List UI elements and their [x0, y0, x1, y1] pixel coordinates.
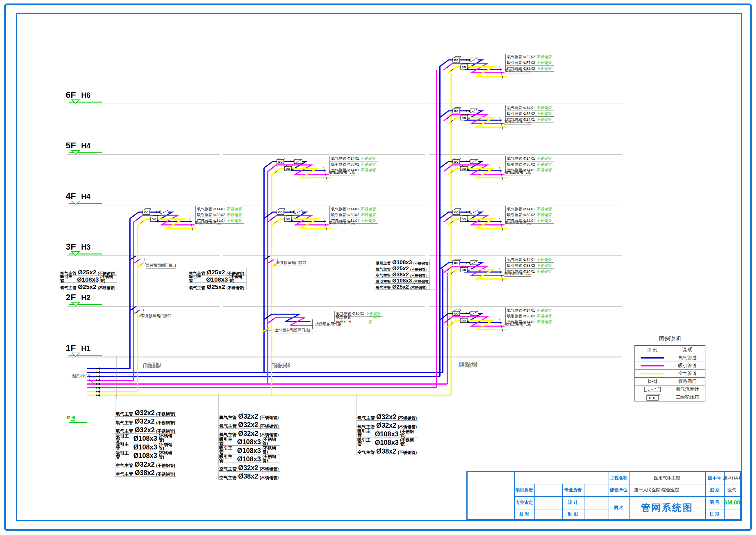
legend-row: 二级稳压箱 [635, 393, 705, 401]
label-part: 氧气主管 [357, 416, 375, 420]
label-part: 氧气主管 [219, 415, 237, 419]
label-part: 不锈钢管 [537, 263, 552, 268]
branch-pipe-size-row: 吸引副管 Φ38X2不锈钢管 [330, 212, 378, 218]
label-part: Ø108x3 [133, 436, 157, 442]
legend-symbol-cell [635, 393, 670, 401]
trunk-pipe-size-row: 氧气主管Ø32x2(不锈钢管) [115, 425, 176, 434]
trunk-pipe-size-row: 空气主管Ø38x2(不锈钢管) [357, 446, 418, 455]
trunk-pipe-size-row: 吸引主管Ø108x3(不锈钢管) [357, 429, 418, 438]
air-line-icon [638, 370, 667, 377]
label-part: 空气主管 [219, 476, 237, 480]
label-part: Ø25x2 [207, 284, 225, 290]
title-block-line [514, 509, 608, 509]
trunk-pipe-size-row: 吸引主管Ø108x3(不锈钢管) [219, 454, 280, 463]
drawing-number: SM.08 [724, 496, 740, 509]
air-shaft-valve-annotation: 空气管井预留阀门接口 [275, 327, 313, 333]
floor-gas-points-label: 接楼层各用气点 [195, 220, 221, 226]
label-part: Ø108x3 [237, 456, 261, 463]
gas-station-source-label: 接至气体中心站 [71, 374, 91, 379]
label-part: 3F [66, 242, 76, 251]
label-part: 不锈钢管 [227, 218, 242, 223]
label-part: 空气主管 [116, 464, 133, 467]
label-part: 空气主管 [116, 472, 133, 476]
label-part: (不锈钢管) [156, 412, 175, 416]
floor-marker: 3FH3 [66, 242, 91, 252]
label-part: Ø25x2 [207, 269, 225, 275]
label-part: 吸引主管 [60, 275, 76, 282]
trunk-pipe-size-row: 吸引主管Ø108x3(不锈钢管) [115, 434, 176, 442]
legend-symbol-cell [635, 362, 670, 370]
main-pipe-size-row: 吸引主管Ø108x3(不锈钢管) [188, 275, 246, 283]
floor-gas-points-label: 接楼层各用气点 [504, 68, 531, 74]
oxygen-line-icon [638, 354, 667, 362]
title-block-line [584, 484, 584, 519]
floor-gas-points-label: 接楼层各用气点 [504, 170, 531, 176]
label-part: (不锈钢管) [398, 425, 417, 429]
title-block-line [534, 484, 535, 519]
label-part: H3 [81, 243, 91, 251]
label-part: (不锈钢管) [260, 424, 279, 428]
label-part: 5F [66, 141, 76, 150]
project-value: 医用气体工程 [629, 472, 705, 484]
label-part: (不锈钢管) [414, 280, 430, 283]
label-part: 吸引主管 [189, 275, 205, 282]
label-part: 吸引主管 [357, 438, 373, 446]
label-part: 不锈钢管 [537, 218, 552, 223]
label-part: 氧气主管 [376, 286, 391, 290]
legend-symbol-cell [635, 370, 670, 377]
label-part: 吸引主管 [357, 429, 373, 437]
label-part: Ø108x3 [133, 444, 157, 451]
building-name: 门诊医技楼B [272, 362, 290, 370]
label-part: Ø25x2 [392, 284, 409, 290]
label-part: (不锈钢管) [262, 446, 280, 454]
label-part: Ø25x2 [78, 269, 96, 275]
label-part: 不锈钢管 [537, 105, 552, 111]
label-part: 吸引副管 Φ38X2 [507, 263, 535, 268]
label-part: (不锈钢管) [400, 430, 418, 437]
label-part: 不锈钢管 [361, 156, 376, 161]
label-part: (不锈钢管) [227, 286, 244, 290]
valve-icon [638, 378, 667, 385]
label-part: Ø25x2 [392, 266, 409, 271]
label-part: 不锈钢管 [537, 257, 552, 263]
legend-table: 图 例 说 明 氧气管道吸引管道空气管道管路阀门氧气流量计二级稳压箱 [634, 345, 705, 402]
chief-label: 专业负责 [562, 484, 584, 496]
version-label: 版本号 [705, 472, 724, 484]
label-part: 不锈钢管 [537, 111, 552, 116]
label-part: (不锈钢管) [262, 437, 280, 445]
title-block-line [514, 472, 515, 519]
legend-desc: 吸引管道 [670, 362, 705, 370]
floor-gas-points-label: 接楼层各用气点 [504, 119, 531, 125]
label-part: (不锈钢管) [100, 275, 117, 282]
label-part: Ø108x3 [206, 277, 228, 282]
trunk-pipe-size-row: 氧气主管Ø32x2(不锈钢管) [357, 412, 418, 421]
main-pipe-size-row: 吸引主管Ø108x3(不锈钢管) [375, 259, 430, 265]
label-part: Ø25x2 [78, 284, 96, 290]
label-part: Ø32x2 [376, 422, 396, 429]
label-part: (不锈钢管) [410, 274, 426, 277]
legend-symbol-cell [635, 385, 670, 393]
label-part: 吸引副管 Φ38X2 [331, 212, 359, 218]
label-part: H6 [81, 91, 91, 99]
client-label: 建设单位 [608, 484, 629, 496]
label-part: 不锈钢管 [537, 320, 552, 325]
label-part: 不锈钢管 [537, 54, 552, 60]
label-part: 6F [66, 90, 76, 99]
label-part: (不锈钢管) [400, 438, 418, 446]
label-part: 不锈钢管 [361, 218, 376, 223]
label-part: 不锈钢管 [227, 207, 242, 212]
legend-desc: 氧气管道 [670, 354, 705, 362]
label-part: Ø38x2 [376, 448, 396, 455]
category-label: 图 别 [705, 484, 724, 496]
label-part: (不锈钢管) [398, 451, 417, 454]
main-pipe-size-row: 氧气主管Ø25x2(不锈钢管) [375, 265, 430, 271]
label-part: (不锈钢管) [158, 451, 176, 459]
label-part: 不锈钢管 [537, 60, 552, 66]
label-part: 氧气副管 Φ14X1 [507, 308, 535, 313]
label-part: 吸引主管 [219, 446, 236, 454]
label-part: 吸引副管 Φ38X2 [507, 212, 535, 218]
building-name: 儿科综合大楼 [458, 361, 477, 369]
label-part: Ø38x2 [135, 470, 155, 476]
label-part: 吸引副管 Φ38X2 [507, 162, 535, 167]
label-part: 不锈钢管 [537, 269, 552, 274]
